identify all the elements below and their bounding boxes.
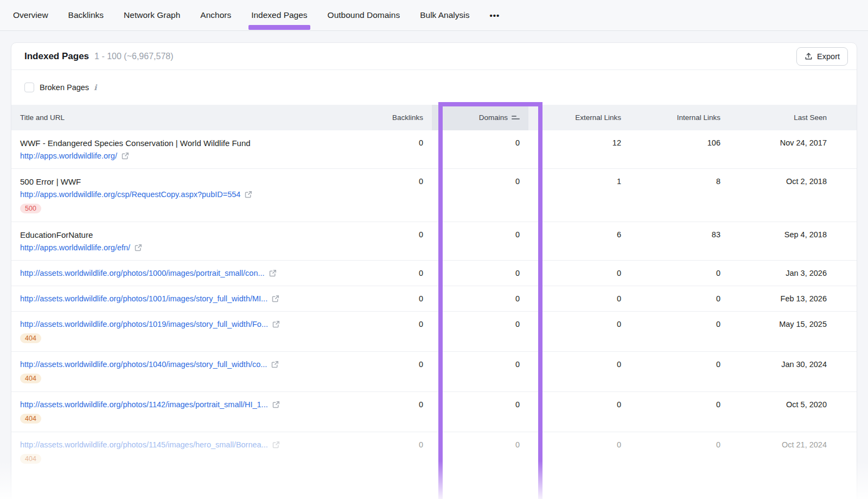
internal-links-value: 0 [630,352,729,392]
panel-header: Indexed Pages 1 - 100 (~6,967,578) Expor… [11,43,857,70]
column-header-backlinks[interactable]: Backlinks [367,105,432,130]
internal-links-value: 8 [630,169,729,222]
result-range: 1 - 100 (~6,967,578) [94,52,173,61]
page-title: WWF - Endangered Species Conservation | … [20,138,358,148]
table-row: http://assets.worldwildlife.org/photos/1… [11,392,857,432]
domains-value: 0 [432,286,528,312]
page-url-link[interactable]: http://assets.worldwildlife.org/photos/1… [20,400,268,409]
column-header-internal-links[interactable]: Internal Links [630,105,729,130]
backlinks-value: 0 [367,352,432,392]
last-seen-value: Oct 5, 2020 [729,392,857,432]
external-link-icon[interactable] [272,401,280,408]
domains-value: 0 [432,130,528,169]
page-title: EducationForNature [20,230,358,239]
status-code-badge: 404 [20,454,41,464]
backlinks-value: 0 [367,392,432,432]
backlinks-value: 0 [367,222,432,261]
backlinks-value: 0 [367,169,432,222]
external-links-value: 0 [528,392,630,432]
page-url-link[interactable]: http://assets.worldwildlife.org/photos/1… [20,294,267,303]
domains-value: 0 [432,222,528,261]
domains-header-label: Domains [479,113,508,122]
nav-tab-outbound-domains[interactable]: Outbound Domains [328,0,400,30]
nav-tab-indexed-pages[interactable]: Indexed Pages [251,0,307,30]
internal-links-value: 0 [630,392,729,432]
status-code-badge: 404 [20,414,41,424]
table-header-row: Title and URL Backlinks Domains External… [11,105,857,130]
external-link-icon[interactable] [271,361,279,368]
internal-links-value: 0 [630,286,729,312]
nav-tab-backlinks[interactable]: Backlinks [68,0,104,30]
panel-title: Indexed Pages [24,51,89,62]
last-seen-value: Oct 21, 2024 [729,432,857,472]
backlinks-value: 0 [367,286,432,312]
last-seen-value: Feb 13, 2026 [729,286,857,312]
external-links-value: 6 [528,222,630,261]
nav-tab-overview[interactable]: Overview [13,0,48,30]
export-button[interactable]: Export [796,47,848,66]
last-seen-value: Jan 30, 2024 [729,352,857,392]
report-tabs-bar: Overview Backlinks Network Graph Anchors… [0,0,868,31]
table-row: EducationForNature http://apps.worldwild… [11,222,857,261]
nav-tab-anchors[interactable]: Anchors [200,0,231,30]
indexed-pages-table: Title and URL Backlinks Domains External… [11,105,857,472]
page-url-link[interactable]: http://assets.worldwildlife.org/photos/1… [20,440,268,449]
column-header-external-links[interactable]: External Links [528,105,630,130]
table-row: WWF - Endangered Species Conservation | … [11,130,857,169]
page-title: 500 Error | WWF [20,177,358,186]
internal-links-value: 106 [630,130,729,169]
domains-value: 0 [432,392,528,432]
external-links-value: 0 [528,352,630,392]
page-url-link[interactable]: http://apps.worldwildlife.org/ [20,151,117,160]
table-row: http://assets.worldwildlife.org/photos/1… [11,286,857,312]
nav-tab-bulk-analysis[interactable]: Bulk Analysis [420,0,469,30]
info-icon[interactable]: i [94,83,97,92]
last-seen-value: Nov 24, 2017 [729,130,857,169]
export-upload-icon [805,52,813,60]
export-label: Export [817,52,840,61]
broken-pages-checkbox[interactable] [24,83,34,92]
external-links-value: 0 [528,312,630,352]
page-url-link[interactable]: http://assets.worldwildlife.org/photos/1… [20,269,265,277]
internal-links-value: 0 [630,261,729,286]
domains-value: 0 [432,261,528,286]
external-link-icon[interactable] [272,295,279,302]
page-url-link[interactable]: http://apps.worldwildlife.org/efn/ [20,243,130,252]
sort-descending-icon [512,116,520,119]
external-link-icon[interactable] [135,244,142,251]
external-link-icon[interactable] [272,441,280,449]
backlinks-value: 0 [367,312,432,352]
page-url-link[interactable]: http://assets.worldwildlife.org/photos/1… [20,320,268,329]
table-row: http://assets.worldwildlife.org/photos/1… [11,432,857,472]
table-row: http://assets.worldwildlife.org/photos/1… [11,261,857,286]
table-row: http://assets.worldwildlife.org/photos/1… [11,312,857,352]
external-links-value: 0 [528,432,630,472]
backlinks-value: 0 [367,432,432,472]
backlinks-value: 0 [367,130,432,169]
broken-pages-label: Broken Pages [40,83,89,92]
domains-value: 0 [432,352,528,392]
last-seen-value: May 15, 2025 [729,312,857,352]
external-link-icon[interactable] [272,320,280,328]
external-link-icon[interactable] [245,191,252,198]
last-seen-value: Jan 3, 2026 [729,261,857,286]
indexed-pages-panel: Indexed Pages 1 - 100 (~6,967,578) Expor… [11,42,857,499]
domains-value: 0 [432,169,528,222]
internal-links-value: 0 [630,312,729,352]
external-links-value: 0 [528,261,630,286]
last-seen-value: Oct 2, 2018 [729,169,857,222]
column-header-domains[interactable]: Domains [432,105,528,130]
external-links-value: 12 [528,130,630,169]
page-url-link[interactable]: http://assets.worldwildlife.org/photos/1… [20,360,267,369]
more-tabs-button[interactable]: ••• [490,0,500,30]
external-link-icon[interactable] [269,269,277,277]
external-link-icon[interactable] [122,152,129,160]
nav-tab-network-graph[interactable]: Network Graph [124,0,180,30]
column-header-title-url[interactable]: Title and URL [11,105,367,130]
domains-value: 0 [432,432,528,472]
table-row: http://assets.worldwildlife.org/photos/1… [11,352,857,392]
page-url-link[interactable]: http://apps.worldwildlife.org/csp/Reques… [20,190,240,199]
column-header-last-seen[interactable]: Last Seen [729,105,857,130]
internal-links-value: 83 [630,222,729,261]
external-links-value: 1 [528,169,630,222]
